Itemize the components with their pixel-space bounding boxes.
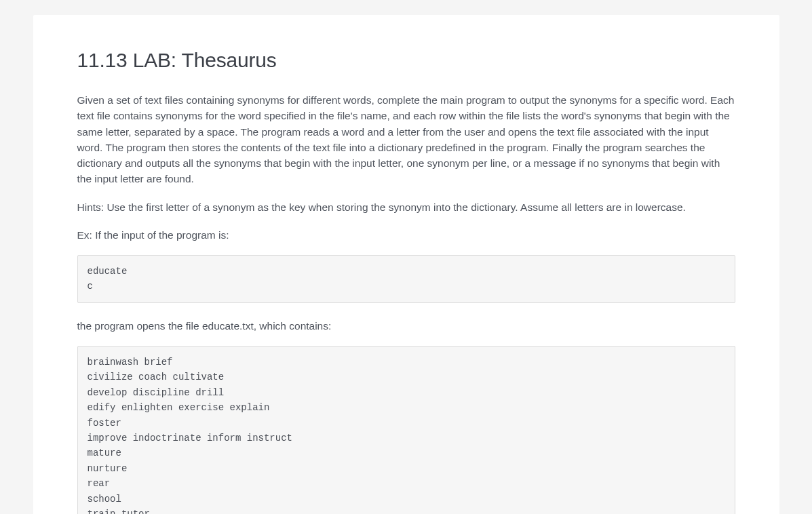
content-card: 11.13 LAB: Thesaurus Given a set of text… [33, 15, 779, 514]
file-contents-code: brainwash brief civilize coach cultivate… [77, 346, 735, 514]
page-title: 11.13 LAB: Thesaurus [77, 49, 735, 72]
hints-paragraph: Hints: Use the first letter of a synonym… [77, 199, 735, 215]
file-lead: the program opens the file educate.txt, … [77, 318, 735, 334]
example-lead: Ex: If the input of the program is: [77, 227, 735, 243]
intro-paragraph: Given a set of text files containing syn… [77, 92, 735, 187]
input-example-code: educate c [77, 255, 735, 303]
